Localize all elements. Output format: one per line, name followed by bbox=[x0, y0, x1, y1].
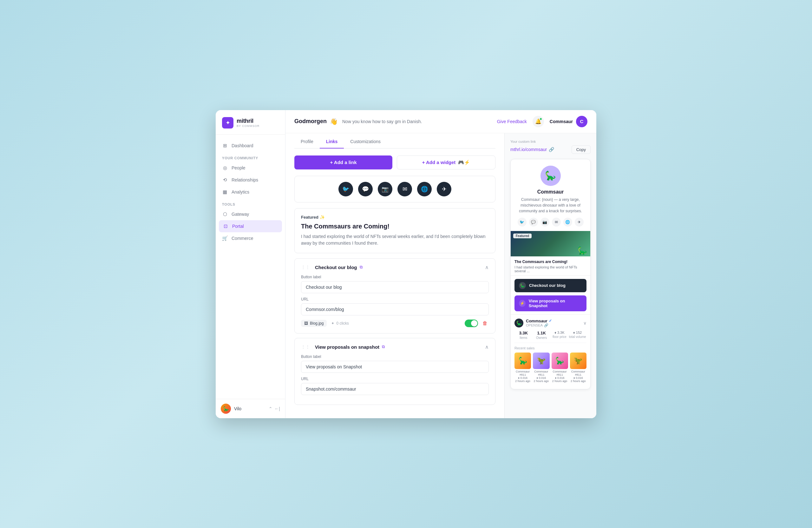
copy-link-snapshot-icon[interactable]: ⧉ bbox=[382, 344, 385, 349]
sidebar-item-people[interactable]: ◎ People bbox=[216, 162, 285, 174]
nft-thumb-3: 🦖 bbox=[570, 353, 586, 369]
url-input-snapshot[interactable] bbox=[301, 383, 489, 395]
social-icon-discord[interactable]: 💬 bbox=[358, 182, 373, 196]
chevron-up-snapshot-icon[interactable]: ∧ bbox=[485, 344, 489, 350]
custom-link-text: mthrl.io/commsaur bbox=[510, 147, 547, 152]
feedback-button[interactable]: Give Feedback bbox=[497, 119, 527, 124]
url-input-blog[interactable] bbox=[301, 303, 489, 315]
center-panel: Profile Links Customizations + Add a lin… bbox=[286, 133, 504, 418]
social-icon-twitter[interactable]: 🐦 bbox=[338, 182, 353, 196]
social-icon-telegram[interactable]: ✈ bbox=[437, 182, 451, 196]
preview-blog-label: Checkout our blog bbox=[529, 283, 566, 288]
notifications-button[interactable]: 🔔 bbox=[533, 116, 544, 127]
featured-title: The Commsaurs are Coming! bbox=[301, 223, 489, 230]
toggle-blog[interactable] bbox=[465, 319, 478, 327]
preview-description: Commsaur: {noun} — a very large, mischie… bbox=[516, 197, 585, 214]
chevron-up-blog-icon[interactable]: ∧ bbox=[485, 264, 489, 270]
sidebar-item-analytics[interactable]: ▦ Analytics bbox=[216, 186, 285, 198]
nft-thumb-0: 🦕 bbox=[514, 353, 531, 369]
nft-bg-0: 🦕 bbox=[514, 353, 531, 369]
copy-button[interactable]: Copy bbox=[571, 145, 591, 154]
sidebar-footer: 🦕 Vilo ⌃ ←| bbox=[216, 399, 285, 418]
nft-thumb-1: 🦖 bbox=[533, 353, 549, 369]
sidebar-item-dashboard[interactable]: ⊞ Dashboard bbox=[216, 140, 285, 152]
nft-items-label: Items bbox=[514, 336, 533, 340]
preview-social-discord: 💬 bbox=[529, 218, 538, 227]
tab-links[interactable]: Links bbox=[320, 134, 344, 148]
greeting-text: Godmorgen bbox=[294, 118, 327, 125]
sidebar-item-relationships[interactable]: ⟲ Relationships bbox=[216, 174, 285, 186]
nft-floor-value: ♦ 3.3K bbox=[551, 331, 569, 334]
preview-featured-text: The Commsaurs are Coming! I had started … bbox=[511, 256, 590, 276]
gateway-icon: ⬡ bbox=[222, 211, 228, 217]
preview-snapshot-button[interactable]: ⚡ View proposals on Snapshot bbox=[514, 296, 586, 311]
tab-customizations[interactable]: Customizations bbox=[344, 134, 387, 148]
custom-link-row: mthrl.io/commsaur 🔗 Copy bbox=[510, 145, 591, 154]
file-badge-blog: 🖼 Blog.jpg bbox=[301, 320, 327, 327]
preview-name: Commsaur bbox=[537, 189, 564, 195]
link-item-blog: ⋮⋮ Checkout our blog ⧉ ∧ Button label UR… bbox=[294, 258, 495, 333]
preview-blog-button[interactable]: 🦕 Checkout our blog bbox=[514, 279, 586, 292]
social-icon-instagram[interactable]: 📷 bbox=[378, 182, 392, 196]
link-item-snapshot: ⋮⋮ View proposals on snapshot ⧉ ∧ Button… bbox=[294, 338, 495, 405]
nft-collection-name: Commsaur ✓ bbox=[526, 318, 552, 323]
sidebar-item-gateway[interactable]: ⬡ Gateway bbox=[216, 208, 285, 220]
button-label-field-blog: Button label bbox=[301, 275, 489, 279]
button-label-input-blog[interactable] bbox=[301, 281, 489, 293]
greeting-emoji: 👋 bbox=[330, 118, 338, 125]
right-panel: Your custom link mthrl.io/commsaur 🔗 Cop… bbox=[504, 133, 596, 418]
user-avatar: C bbox=[576, 116, 588, 127]
custom-link-url: mthrl.io/commsaur 🔗 bbox=[510, 147, 554, 152]
portal-icon: ⊡ bbox=[223, 223, 228, 229]
sidebar-section-tools: TOOLS bbox=[216, 198, 285, 208]
social-icons-row: 🐦 💬 📷 ✉ 🌐 ✈ bbox=[294, 176, 495, 202]
nft-platform: OPENSEA 🔗 bbox=[526, 323, 552, 327]
link-title-snapshot: View proposals on snapshot bbox=[315, 344, 379, 350]
preview-featured-section: Featured 🦕 The Commsaurs are Coming! I h… bbox=[511, 231, 590, 276]
featured-description: I had started exploring the world of NFT… bbox=[301, 233, 489, 246]
preview-social-twitter: 🐦 bbox=[518, 218, 526, 227]
user-profile-button[interactable]: Commsaur C bbox=[550, 116, 588, 127]
nft-item-3[interactable]: 🦖 Commsaur #811 ♦ 0.016 2 hours ago bbox=[570, 353, 586, 383]
add-widget-button[interactable]: + Add a widget 🎮⚡ bbox=[397, 156, 495, 169]
clicks-icon: ✦ bbox=[331, 321, 334, 326]
social-icon-web[interactable]: 🌐 bbox=[417, 182, 432, 196]
tab-profile[interactable]: Profile bbox=[294, 134, 320, 148]
delete-blog-button[interactable]: 🗑 bbox=[481, 319, 489, 327]
nft-bg-3: 🦖 bbox=[570, 353, 586, 369]
copy-link-blog-icon[interactable]: ⧉ bbox=[360, 265, 363, 270]
social-icon-email[interactable]: ✉ bbox=[397, 182, 412, 196]
preview-featured-dino: 🦕 bbox=[578, 246, 587, 255]
sidebar-section-community: YOUR COMMUNITY bbox=[216, 152, 285, 162]
app-window: ✦ mithril BY COMMSOR ⊞ Dashboard YOUR CO… bbox=[216, 110, 596, 418]
preview-featured-badge: Featured bbox=[513, 233, 532, 238]
sidebar-item-portal[interactable]: ⊡ Portal bbox=[219, 220, 282, 232]
nft-info-1: Commsaur #811 ♦ 0.016 2 hours ago bbox=[533, 370, 549, 383]
verified-badge-icon: ✓ bbox=[549, 318, 552, 323]
nft-bg-2: 🦕 bbox=[552, 353, 568, 369]
top-bar-actions: Give Feedback 🔔 Commsaur C bbox=[497, 116, 588, 127]
nft-item-0[interactable]: 🦕 Commsaur #811 ♦ 0.016 2 hours ago bbox=[514, 353, 531, 383]
dashboard-icon: ⊞ bbox=[222, 143, 228, 148]
sidebar-item-commerce[interactable]: 🛒 Commerce bbox=[216, 232, 285, 244]
nft-item-1[interactable]: 🦖 Commsaur #811 ♦ 0.016 2 hours ago bbox=[533, 353, 549, 383]
preview-snapshot-icon: ⚡ bbox=[519, 300, 525, 307]
user-display-name: Commsaur bbox=[550, 119, 573, 124]
preview-avatar: 🦕 bbox=[540, 166, 561, 186]
sidebar-label-people: People bbox=[232, 165, 246, 170]
nft-volume-value: ♦ 152 bbox=[568, 331, 586, 334]
button-label-input-snapshot[interactable] bbox=[301, 361, 489, 373]
link-item-blog-header: ⋮⋮ Checkout our blog ⧉ ∧ bbox=[301, 264, 489, 270]
collapse-icon[interactable]: ←| bbox=[274, 406, 280, 411]
expand-icon[interactable]: ⌃ bbox=[269, 406, 273, 411]
logo-star-icon: ✦ bbox=[226, 119, 230, 126]
drag-handle-blog[interactable]: ⋮⋮ bbox=[301, 265, 310, 270]
clicks-count-blog: 0 clicks bbox=[336, 321, 349, 326]
nft-item-2[interactable]: 🦕 Commsaur #811 ♦ 0.016 2 hours ago bbox=[552, 353, 568, 383]
nft-volume-label: total volume bbox=[568, 335, 586, 339]
nft-items-value: 3.3K bbox=[514, 331, 533, 336]
nft-chevron-icon[interactable]: ∨ bbox=[583, 320, 586, 326]
add-link-button[interactable]: + Add a link bbox=[294, 156, 392, 169]
drag-handle-snapshot[interactable]: ⋮⋮ bbox=[301, 344, 310, 349]
clicks-badge-blog: ✦ 0 clicks bbox=[331, 321, 349, 326]
